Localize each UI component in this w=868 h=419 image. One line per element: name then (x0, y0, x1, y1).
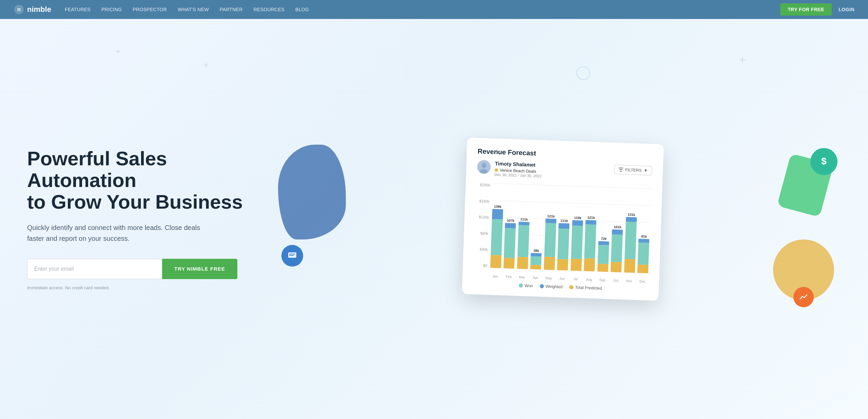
bar-segment-weighted (586, 220, 596, 225)
svg-rect-3 (289, 254, 295, 254)
chart-card: Revenue Forecast Timoty Shalamet (462, 138, 664, 301)
chart-bubble-icon (793, 287, 814, 307)
bg-circle1 (576, 66, 590, 80)
x-label-jul: Jul (570, 277, 581, 281)
y-label-40k: $40k (480, 247, 488, 251)
nav-links: FEATURESPRICINGPROSPECTORWHAT'S NEWPARTN… (65, 6, 780, 13)
bar-segment-won (557, 228, 569, 259)
bar-group-jun: 111k (557, 185, 571, 270)
y-axis: $200k $160k $120k $80k $40k $0 (474, 183, 493, 268)
bar-segment-predicted (624, 259, 635, 273)
bar-segment-predicted (490, 255, 501, 268)
y-label-80k: $80k (480, 231, 488, 235)
nav-link-features[interactable]: FEATURES (65, 7, 91, 12)
nav-link-pricing[interactable]: PRICING (101, 7, 122, 12)
svg-rect-11 (620, 171, 622, 171)
bar-top-label: 121k (547, 214, 555, 218)
legend-label: Weighted (546, 284, 563, 289)
svg-text:$: $ (821, 156, 827, 166)
bar-segment-predicted (611, 262, 622, 272)
bar-stack (504, 223, 516, 269)
login-button[interactable]: LOGIN (839, 7, 854, 12)
nav-link-prospector[interactable]: PROSPECTOR (133, 7, 167, 12)
bar-stack (544, 218, 556, 270)
bar-segment-weighted (531, 253, 541, 256)
logo-icon: n (14, 4, 24, 15)
deal-dot (495, 168, 498, 171)
bar-group-apr: 38k (530, 184, 544, 269)
try-nimble-button[interactable]: TRY NIMBLE FREE (162, 259, 237, 279)
bar-segment-won (491, 219, 503, 255)
bar-segment-weighted (598, 241, 609, 245)
chart-avatar (477, 160, 491, 174)
bar-top-label: 131k (628, 212, 635, 216)
bar-top-label: 101k (614, 225, 622, 229)
hero-right: $ Revenue Forecast (264, 118, 841, 321)
bar-segment-predicted (530, 265, 541, 269)
bar-stack (530, 253, 542, 269)
y-label-160k: $160k (479, 198, 490, 203)
dollar-bubble-icon: $ (810, 148, 837, 175)
bar-segment-won (638, 242, 649, 265)
svg-rect-4 (289, 255, 294, 256)
bar-segment-weighted (612, 229, 623, 235)
logo[interactable]: n nimble (14, 4, 51, 15)
bar-group-dec: 81k (637, 188, 651, 273)
hero-form: TRY NIMBLE FREE (27, 259, 237, 279)
nav-link-resources[interactable]: RESOURCES (254, 7, 284, 12)
nav-link-whatsnew[interactable]: WHAT'S NEW (178, 7, 209, 12)
bar-segment-won (517, 225, 529, 257)
chart-user-name: Timoty Shalamet (495, 160, 542, 168)
x-labels: JanFebMarAprMayJunJulAugSepOctNovDec (490, 274, 648, 283)
bar-top-label: 81k (641, 234, 647, 238)
y-label-0: $0 (483, 263, 488, 267)
hero-title: Powerful Sales Automation to Grow Your B… (27, 148, 264, 212)
filter-button[interactable]: FILTERS ▼ (614, 165, 652, 175)
bar-group-nov: 131k (624, 188, 638, 273)
email-input[interactable] (27, 259, 162, 279)
bar-top-label: 38k (533, 249, 539, 253)
nav-link-blog[interactable]: BLOG (295, 7, 309, 12)
bar-segment-predicted (517, 257, 528, 269)
hero-subtitle: Quickly identify and connect with more l… (27, 222, 210, 244)
bar-group-mar: 111k (517, 184, 531, 269)
blob-blue (278, 145, 346, 239)
legend-label: Won (525, 283, 533, 288)
bar-stack (597, 241, 609, 272)
bar-group-aug: 121k (584, 186, 598, 271)
nav-link-partner[interactable]: PARTNER (220, 7, 243, 12)
bar-segment-predicted (597, 264, 608, 272)
bar-stack (557, 223, 570, 270)
svg-text:n: n (17, 6, 21, 12)
bar-stack (517, 222, 530, 269)
bar-stack (570, 220, 583, 271)
bar-stack (624, 217, 637, 273)
bar-stack (584, 220, 596, 271)
bar-segment-won (611, 234, 623, 262)
bars-container: 139k107k111k38k121k111k119k121k72k101k13… (490, 183, 651, 273)
bar-segment-predicted (584, 258, 595, 271)
navbar: n nimble FEATURESPRICINGPROSPECTORWHAT'S… (0, 0, 868, 19)
nav-right: TRY FOR FREE LOGIN (780, 3, 854, 16)
x-label-mar: Mar (516, 275, 528, 279)
y-label-120k: $120k (479, 215, 489, 219)
chart-header: Timoty Shalamet Venice Beach Deals Dec 3… (477, 160, 652, 182)
try-free-button[interactable]: TRY FOR FREE (780, 3, 832, 16)
bar-group-feb: 107k (503, 184, 517, 269)
bar-segment-weighted (545, 218, 556, 223)
svg-rect-10 (619, 169, 623, 170)
bar-segment-won (504, 228, 516, 258)
bar-segment-predicted (504, 258, 515, 269)
legend-item: Won (519, 283, 533, 288)
bar-group-jul: 119k (570, 186, 585, 271)
bar-segment-weighted (492, 209, 503, 219)
x-label-may: May (543, 276, 555, 280)
x-label-nov: Nov (624, 279, 635, 283)
bar-segment-weighted (558, 223, 570, 229)
filter-chevron: ▼ (644, 168, 648, 173)
bar-segment-weighted (505, 223, 516, 228)
bar-stack (637, 238, 650, 273)
bar-segment-weighted (518, 222, 529, 225)
bar-segment-predicted (544, 257, 555, 270)
bar-segment-won (584, 224, 596, 258)
